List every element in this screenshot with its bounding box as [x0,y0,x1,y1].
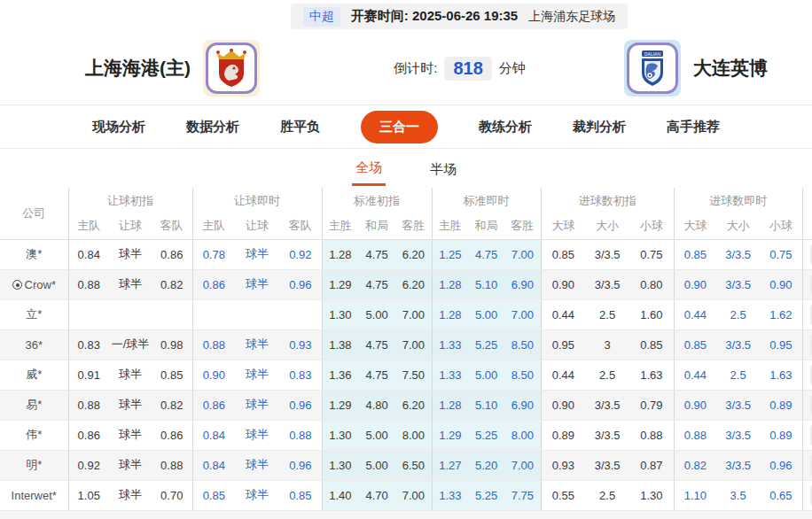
odds-cell: 3.5 [716,480,760,510]
subheader-cell: 主队 [68,213,109,239]
odds-cell: 球半 [109,480,152,510]
odds-cell: 3/3.5 [716,390,760,420]
odds-cell: 0.85 [152,360,192,390]
odds-table-wrap: 公司 让球初指 让球即时 标准初指 标准即时 进球数初指 进球数即时 主队让球客… [0,188,812,519]
odds-cell: 0.86 [192,269,235,299]
subheader-cell: 客队 [279,213,322,239]
odds-cell: 球半 [235,239,279,269]
odds-cell: 0.85 [192,480,235,510]
match-info-bar: 中超 开赛时间: 2025-06-26 19:35 上海浦东足球场 [291,4,628,29]
odds-cell: 7.00 [504,239,541,269]
odds-cell: 2.5 [585,480,629,510]
away-team-name: 大连英博 [693,56,768,81]
tab-three-in-one[interactable]: 三合一 [361,111,438,143]
group-standard-live: 标准即时 [432,188,541,213]
odds-cell: 一/球半 [109,329,152,360]
away-team: DALIAN 大连英博 [624,40,768,97]
odds-cell: 0.87 [629,450,674,480]
odds-cell: 7.00 [395,329,432,360]
kickoff-label: 开赛时间: [351,8,409,23]
nav-tabs: 现场分析 数据分析 胜平负 三合一 教练分析 裁判分析 高手推荐 [0,105,812,149]
home-team: 上海海港(主) [85,40,260,97]
odds-cell [68,299,109,329]
subheader-cell: 小球 [760,213,802,239]
home-team-name: 上海海港(主) [85,56,191,81]
odds-cell: 0.93 [541,450,585,480]
odds-cell: 0.88 [629,420,674,450]
tab-live-analysis[interactable]: 现场分析 [92,119,145,136]
subheader-cell: 大球 [541,213,585,239]
odds-cell: 0.83 [68,329,109,360]
venue: 上海浦东足球场 [528,9,615,25]
odds-cell: 7.00 [504,299,541,329]
league-badge[interactable]: 中超 [303,7,340,27]
odds-cell: 4.75 [358,239,395,269]
odds-cell: 2.5 [585,360,629,390]
odds-cell: 球半 [109,450,152,480]
odds-row: Crow*0.88球半0.820.86球半0.961.294.756.201.2… [0,269,812,299]
odds-cell: 0.88 [279,420,322,450]
odds-cell: 0.70 [152,480,192,510]
partial-row [0,510,812,519]
tab-referee-analysis[interactable]: 裁判分析 [573,119,626,136]
odds-cell: 0.84 [192,420,235,450]
odds-cell: 6.20 [395,239,432,269]
odds-cell: 7.00 [395,299,432,329]
group-handicap-live: 让球即时 [192,188,322,213]
tab-data-analysis[interactable]: 数据分析 [186,119,239,136]
odds-cell [109,299,152,329]
odds-cell: 3/3.5 [716,450,760,480]
group-goals-live: 进球数即时 [674,188,802,213]
odds-cell: 球半 [235,360,279,390]
odds-row: 易*0.88球半0.820.86球半0.961.294.806.201.285.… [0,390,812,420]
odds-cell: 0.96 [279,390,322,420]
odds-cell: 5.25 [468,420,504,450]
company-cell: 澳* [0,239,68,269]
kickoff-time: 开赛时间: 2025-06-26 19:35 [351,8,518,25]
odds-table: 公司 让球初指 让球即时 标准初指 标准即时 进球数初指 进球数即时 主队让球客… [0,188,812,519]
group-standard-initial: 标准初指 [322,188,432,213]
tab-win-draw-lose[interactable]: 胜平负 [280,119,320,136]
odds-cell: 球半 [109,239,152,269]
subtab-full-match[interactable]: 全场 [352,151,386,186]
odds-cell: 3/3.5 [585,390,629,420]
odds-cell: 1.30 [322,299,358,329]
odds-cell: 4.75 [358,329,395,360]
odds-cell: 5.10 [468,390,504,420]
subtab-half-match[interactable]: 半场 [426,152,460,185]
tab-expert-picks[interactable]: 高手推荐 [667,119,720,136]
odds-cell: 1.28 [432,390,468,420]
odds-cell: 0.85 [541,239,585,269]
odds-cell: 1.28 [432,299,468,329]
odds-cell: 0.90 [760,269,802,299]
tab-coach-analysis[interactable]: 教练分析 [479,119,532,136]
odds-cell: 球半 [235,450,279,480]
odds-cell: 4.80 [358,390,395,420]
odds-cell: 1.33 [432,360,468,390]
odds-cell: 0.95 [541,329,585,360]
odds-cell: 1.60 [629,299,674,329]
odds-cell: 1.05 [68,480,109,510]
odds-cell: 3/3.5 [585,269,629,299]
company-cell: 36* [0,329,68,360]
odds-row: Interwet*1.05球半0.700.85球半0.851.404.707.0… [0,480,812,510]
subheader-cell: 主胜 [432,213,468,239]
odds-cell: 7.75 [504,480,541,510]
odds-cell: 0.85 [674,329,716,360]
odds-cell: 0.44 [541,299,585,329]
top-bar: 中超 开赛时间: 2025-06-26 19:35 上海浦东足球场 [0,0,812,32]
away-logo-text: DALIAN [644,51,660,57]
odds-cell: 1.29 [432,420,468,450]
odds-cell: 1.28 [322,239,358,269]
odds-cell: 7.00 [395,480,432,510]
odds-cell: 2.5 [716,299,760,329]
subheader-cell: 和局 [358,213,395,239]
odds-cell: 7.50 [395,360,432,390]
odds-cell: 5.10 [468,269,504,299]
odds-cell: 0.96 [760,450,802,480]
odds-cell: 1.33 [432,480,468,510]
detail-cell: 详 [802,360,812,390]
company-cell: 易* [0,390,68,420]
detail-cell: 详 [802,420,812,450]
detail-header [802,188,812,239]
